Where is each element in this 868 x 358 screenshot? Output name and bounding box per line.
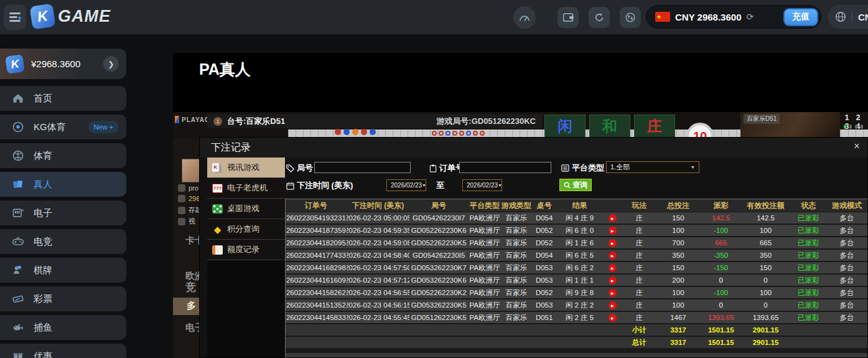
cell-time: 2026-02-23 04:56:55 [347,287,410,298]
network-speed-button[interactable] [513,6,536,29]
table-row[interactable]: 260223044182095 2026-02-23 04:59:08 GD05… [286,237,867,250]
cell-payout: -150 [701,262,741,273]
transfer-button[interactable] [620,7,641,28]
replay-button[interactable]: ▶ [609,227,617,235]
replay-button[interactable]: ▶ [609,214,617,222]
deposit-button[interactable]: 充值 [783,8,818,26]
cell-round: GD054262230I5 [409,250,468,261]
cell-valid-bet: 350 [741,250,791,261]
col-header-table-no: 桌号 [531,199,558,212]
subtotal-payout: 1501.15 [701,324,741,336]
chevron-down-icon: ▼ [422,183,426,187]
replay-button[interactable]: ▶ [609,276,617,285]
search-button[interactable]: 查询 [559,179,592,191]
col-header-order: 订单号 [286,199,347,212]
currency-balance-pill[interactable]: ★ CNY 2968.3600 ⟳ 充值 [646,5,821,29]
roadmap-dots [432,131,485,136]
brand-name: GAME [58,7,111,26]
basketball-icon [12,149,24,162]
wallet-expand-button[interactable]: ❯ [103,56,119,72]
sidebar-item-kg-sports[interactable]: KG体育 New + [0,115,126,139]
transfer-icon [625,12,635,22]
sidebar-item-sports[interactable]: 体育 [0,143,126,168]
cell-game-mode: 多台 [826,262,867,273]
date-to-select[interactable]: 2026/02/23 ▼ [462,179,502,191]
slots-icon [12,207,24,219]
lobby-item[interactable]: 竞 [185,280,196,294]
cell-payout: -100 [701,287,741,298]
refresh-balance-button[interactable] [589,7,610,28]
table-row[interactable]: 260223044158262 2026-02-23 04:56:55 GD05… [286,287,867,299]
fishing-icon [12,321,24,334]
tab-table-games[interactable]: 桌面游戏 [207,199,285,219]
table-row[interactable]: 260223044151352 2026-02-23 04:56:15 GD05… [286,299,867,312]
col-header-platform: 平台类型 [468,199,502,212]
date-from-select[interactable]: 2026/02/23 ▼ [386,179,426,191]
camera-dots [844,125,863,129]
cell-result: 闲 2 庄 5 [558,312,602,323]
replay-button[interactable]: ▶ [609,314,617,322]
sidebar-item-fishing[interactable]: 捕鱼 [0,315,126,340]
replay-button[interactable]: ▶ [609,239,617,247]
bet-spot-banker[interactable]: 庄 [634,115,675,138]
cell-order: 260223044187359 [286,225,347,236]
cell-game-type: 百家乐 [502,312,531,323]
sidebar-item-lottery[interactable]: 彩票 [0,286,126,311]
cell-round: GD052262230K5 [409,237,468,248]
tab-quota-records[interactable]: 额度记录 [207,240,285,260]
sidebar-item-slots[interactable]: 电子 [0,200,126,225]
calendar-icon [286,182,294,190]
lobby-video[interactable]: 视 [178,217,195,226]
table-row[interactable]: 260223044187359 2026-02-23 04:59:35 GD05… [286,225,867,237]
replay-button[interactable]: ▶ [609,264,617,272]
table-row[interactable]: 260223044145833 2026-02-23 04:55:45 GD05… [286,312,867,324]
bet-spot-tie[interactable]: 和 [589,115,630,138]
cell-result: 闲 6 庄 5 [558,250,602,261]
sidebar-item-label: 真人 [34,179,52,191]
sidebar-item-home[interactable]: 首页 [0,86,126,111]
bet-spot-player[interactable]: 闲 [544,115,586,138]
cell-order: 260223054193231 [286,212,347,224]
table-row[interactable]: 260223044168298 2026-02-23 04:57:50 GD05… [286,262,867,275]
cell-total-bet: 100 [655,299,701,311]
cell-payout: 1393.65 [701,312,741,323]
sidebar-toggle-button[interactable] [4,4,26,30]
cell-result: 闲 9 庄 8 [558,287,602,298]
brand-logo[interactable]: K GAME [31,5,111,28]
promo-icon [12,350,24,358]
tab-points-query[interactable]: ◆ 积分查询 [207,219,285,240]
sidebar-item-card-games[interactable]: 棋牌 [0,258,126,283]
tab-slots[interactable]: 777 电子老虎机 [207,178,285,199]
cell-table-no: D054 [531,250,558,261]
tab-video-games[interactable]: 视讯游戏 [207,158,285,178]
cell-table-no: D052 [531,287,558,298]
table-row[interactable]: 260223044161609 2026-02-23 04:57:12 GD05… [286,275,867,287]
table-row[interactable]: 260223054193231 2026-02-23 05:00:05 GD05… [286,212,867,225]
order-input[interactable] [459,162,551,173]
replay-button[interactable]: ▶ [609,252,617,260]
subtotal-label: 小计 [623,324,655,336]
cell-payout: 142.5 [701,212,741,224]
replay-button[interactable]: ▶ [609,301,617,309]
table-row[interactable]: 260223044177433 2026-02-23 04:58:40 GD05… [286,250,867,262]
cell-valid-bet: 142.5 [741,212,791,224]
cell-total-bet: 150 [655,212,701,224]
balance-refresh-icon[interactable]: ⟳ [746,12,754,22]
sidebar-item-promotions[interactable]: 优惠 [0,344,126,358]
language-selector[interactable]: CN [828,5,868,29]
sidebar-item-live-casino[interactable]: 真人 [0,172,126,197]
close-icon[interactable]: × [851,141,863,152]
order-filter-label: 订单号 [429,163,464,174]
tab-label: 视讯游戏 [227,162,259,173]
platform-select[interactable]: 1.全部 ▼ [606,161,699,173]
cell-status: 已派彩 [790,299,826,311]
replay-button[interactable]: ▶ [609,289,617,297]
sidebar-item-esports[interactable]: 电竞 [0,229,126,254]
cell-total-bet: 100 [655,287,701,298]
col-header-round: 局号 [409,199,468,212]
round-input[interactable] [314,162,411,173]
wallet-icon [563,13,574,22]
cell-game-mode: 多台 [826,212,867,224]
chess-icon [12,264,24,276]
wallet-button[interactable] [558,7,579,28]
